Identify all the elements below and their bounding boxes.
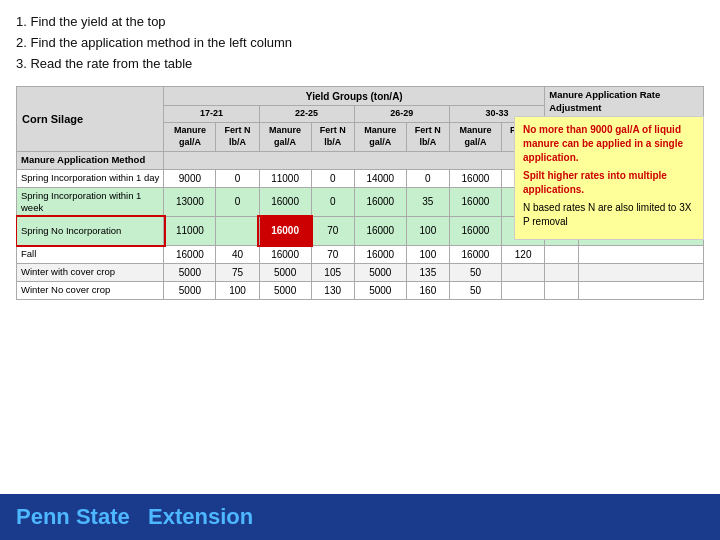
footer-branding: Penn State Extension (16, 504, 253, 530)
spacer (164, 152, 545, 169)
cell: 75 (216, 263, 259, 281)
main-content: 1. Find the yield at the top 2. Find the… (0, 0, 720, 308)
cell: 9000 (164, 169, 216, 187)
cell: 16000 (354, 245, 406, 263)
footer: Penn State Extension (0, 494, 720, 540)
cell: 50 (449, 281, 501, 299)
cell: 120 (502, 245, 545, 263)
cell: 100 (406, 217, 449, 245)
penn-state-text: Penn State (16, 504, 130, 529)
cell: 40 (216, 245, 259, 263)
corn-silage-label: Corn Silage (17, 87, 164, 152)
cell: 5000 (354, 263, 406, 281)
cell (502, 281, 545, 299)
step1: 1. Find the yield at the top (16, 12, 704, 33)
cell (545, 245, 579, 263)
cell: 100 (216, 281, 259, 299)
cell (545, 281, 579, 299)
method-label: Spring No Incorporation (17, 217, 164, 245)
tooltip-box: No more than 9000 gal/A of liquid manure… (514, 116, 704, 240)
yield-22-25: 22-25 (259, 105, 354, 122)
cell: 130 (311, 281, 354, 299)
yield-17-21: 17-21 (164, 105, 259, 122)
tooltip-line2: Spilt higher rates into multiple applica… (523, 169, 695, 197)
yield-group-header: Yield Groups (ton/A) (164, 87, 545, 106)
cell (579, 263, 704, 281)
cell: 11000 (259, 169, 311, 187)
cell: 16000 (449, 245, 501, 263)
instructions: 1. Find the yield at the top 2. Find the… (16, 12, 704, 74)
table-row: Fall 16000 40 16000 70 16000 100 16000 1… (17, 245, 704, 263)
cell: 5000 (259, 281, 311, 299)
sub-fert-3: Fert N lb/A (406, 123, 449, 152)
table-row: Winter No cover crop 5000 100 5000 130 5… (17, 281, 704, 299)
cell (502, 263, 545, 281)
extension-text: Extension (148, 504, 253, 529)
cell: 16000 (164, 245, 216, 263)
step2: 2. Find the application method in the le… (16, 33, 704, 54)
cell: 0 (216, 169, 259, 187)
cell: 16000 (449, 169, 501, 187)
tooltip-line3: N based rates N are also limited to 3X P… (523, 201, 695, 229)
cell: 16000 (449, 217, 501, 245)
cell: 35 (406, 187, 449, 217)
cell: 5000 (164, 281, 216, 299)
cell: 0 (216, 187, 259, 217)
cell: 11000 (164, 217, 216, 245)
cell: 16000 (259, 245, 311, 263)
cell: 16000 (449, 187, 501, 217)
cell: 100 (406, 245, 449, 263)
cell (545, 263, 579, 281)
method-label: Spring Incorporation within 1 day (17, 169, 164, 187)
cell: 16000 (259, 217, 311, 245)
method-label: Winter with cover crop (17, 263, 164, 281)
method-label: Fall (17, 245, 164, 263)
method-label: Spring Incorporation within 1 week (17, 187, 164, 217)
sub-fert-2: Fert N lb/A (311, 123, 354, 152)
table-wrapper: Corn Silage Yield Groups (ton/A) Manure … (16, 86, 704, 299)
cell: 13000 (164, 187, 216, 217)
sub-fert-1: Fert N lb/A (216, 123, 259, 152)
cell: 0 (311, 169, 354, 187)
sub-manure-1: Manure gal/A (164, 123, 216, 152)
cell: 16000 (259, 187, 311, 217)
sub-manure-4: Manure gal/A (449, 123, 501, 152)
tooltip-line1: No more than 9000 gal/A of liquid manure… (523, 123, 695, 165)
cell: 160 (406, 281, 449, 299)
cell: 105 (311, 263, 354, 281)
cell: 16000 (354, 187, 406, 217)
sub-manure-3: Manure gal/A (354, 123, 406, 152)
cell: 50 (449, 263, 501, 281)
cell: 5000 (164, 263, 216, 281)
cell: 70 (311, 217, 354, 245)
sub-manure-2: Manure gal/A (259, 123, 311, 152)
cell: 0 (311, 187, 354, 217)
cell (579, 281, 704, 299)
cell (216, 217, 259, 245)
table-row: Winter with cover crop 5000 75 5000 105 … (17, 263, 704, 281)
method-label: Winter No cover crop (17, 281, 164, 299)
cell: 16000 (354, 217, 406, 245)
method-col-header: Manure Application Method (17, 152, 164, 169)
cell: 135 (406, 263, 449, 281)
yield-26-29: 26-29 (354, 105, 449, 122)
cell: 0 (406, 169, 449, 187)
cell: 5000 (354, 281, 406, 299)
cell: 14000 (354, 169, 406, 187)
cell: 70 (311, 245, 354, 263)
step3: 3. Read the rate from the table (16, 54, 704, 75)
cell (579, 245, 704, 263)
cell: 5000 (259, 263, 311, 281)
